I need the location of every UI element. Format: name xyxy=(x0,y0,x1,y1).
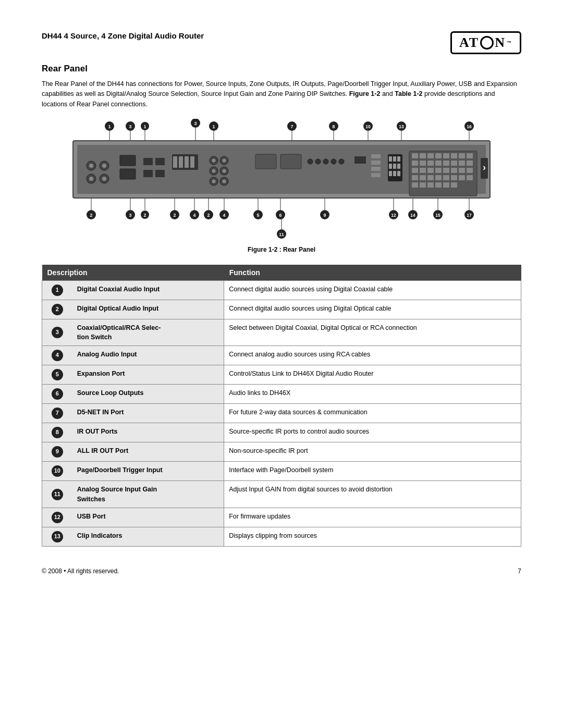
svg-rect-81 xyxy=(397,164,400,169)
svg-rect-122 xyxy=(443,182,449,188)
svg-rect-101 xyxy=(467,161,473,166)
svg-rect-94 xyxy=(412,161,418,166)
svg-rect-76 xyxy=(389,156,392,162)
svg-point-58 xyxy=(223,169,226,173)
row-number-cell: 5 xyxy=(42,365,72,385)
svg-point-69 xyxy=(339,159,344,164)
table-row: 12USB PortFor firmware updates xyxy=(42,508,521,527)
row-description-cell: Clip Indicators xyxy=(72,527,224,546)
table-row: 5Expansion PortControl/Status Link to DH… xyxy=(42,365,521,385)
table-col1-header: Description xyxy=(42,265,224,281)
svg-rect-108 xyxy=(459,168,465,173)
description-table: Description Function 1Digital Coaxial Au… xyxy=(42,265,521,547)
svg-rect-86 xyxy=(412,153,418,158)
svg-rect-80 xyxy=(393,164,396,169)
svg-text:13: 13 xyxy=(399,124,404,129)
row-number-cell: 8 xyxy=(42,423,72,442)
svg-rect-84 xyxy=(397,171,400,176)
row-function-cell: Connect digital audio sources using Digi… xyxy=(224,300,521,319)
svg-point-65 xyxy=(308,159,313,164)
header: DH44 4 Source, 4 Zone Digital Audio Rout… xyxy=(42,31,521,54)
aton-logo: AT N ™ xyxy=(450,31,521,54)
svg-rect-42 xyxy=(143,158,153,165)
table-row: 9ALL IR OUT PortNon-source-specific IR p… xyxy=(42,442,521,462)
figure-caption: Figure 1-2 : Rear Panel xyxy=(68,246,495,253)
row-description-cell: Expansion Port xyxy=(72,365,224,385)
header-title: DH44 4 Source, 4 Zone Digital Audio Rout… xyxy=(42,31,204,40)
svg-text:1: 1 xyxy=(143,124,146,129)
svg-text:14: 14 xyxy=(410,213,415,218)
row-description-cell: Digital Coaxial Audio Input xyxy=(72,281,224,300)
svg-rect-93 xyxy=(467,153,473,158)
svg-text:2: 2 xyxy=(143,213,146,218)
svg-point-52 xyxy=(212,159,216,163)
row-number-cell: 12 xyxy=(42,508,72,527)
svg-rect-77 xyxy=(393,156,396,162)
table-row: 13Clip IndicatorsDisplays clipping from … xyxy=(42,527,521,546)
figure-caption-bold: Figure 1-2 : Rear Panel xyxy=(248,246,315,253)
svg-rect-91 xyxy=(451,153,457,158)
row-description-cell: ALL IR OUT Port xyxy=(72,442,224,462)
row-description-cell: Analog Source Input GainSwitches xyxy=(72,481,224,508)
row-description-cell: Coaxial/Optical/RCA Selec-tion Switch xyxy=(72,319,224,346)
svg-rect-99 xyxy=(451,161,457,166)
svg-rect-49 xyxy=(185,156,189,168)
row-description-cell: Digital Optical Audio Input xyxy=(72,300,224,319)
logo-tm: ™ xyxy=(507,40,512,45)
svg-point-37 xyxy=(89,177,93,181)
svg-rect-121 xyxy=(435,182,442,188)
svg-rect-44 xyxy=(143,170,153,177)
row-num-bubble: 2 xyxy=(52,304,63,315)
svg-rect-104 xyxy=(427,168,434,173)
svg-text:3: 3 xyxy=(129,213,131,218)
svg-rect-114 xyxy=(443,175,449,180)
svg-point-66 xyxy=(315,159,321,164)
row-num-bubble: 7 xyxy=(52,408,63,419)
table-row: 6Source Loop OutputsAudio links to DH46X xyxy=(42,385,521,404)
table-ref: Table 1-2 xyxy=(395,90,422,97)
svg-rect-115 xyxy=(451,175,457,180)
intro-paragraph: The Rear Panel of the DH44 has connectio… xyxy=(42,79,521,109)
diagram-container: 1 3 1 3 1 7 xyxy=(42,119,521,261)
svg-rect-78 xyxy=(397,156,400,162)
row-number-cell: 3 xyxy=(42,319,72,346)
table-row: 10Page/Doorbell Trigger InputInterface w… xyxy=(42,462,521,481)
svg-rect-120 xyxy=(427,182,434,188)
row-number-cell: 6 xyxy=(42,385,72,404)
svg-text:16: 16 xyxy=(467,124,472,129)
svg-rect-41 xyxy=(120,169,136,179)
row-function-cell: Control/Status Link to DH46X Digital Aud… xyxy=(224,365,521,385)
svg-rect-112 xyxy=(427,175,434,180)
svg-text:15: 15 xyxy=(435,213,440,218)
svg-rect-105 xyxy=(435,168,442,173)
row-number-cell: 2 xyxy=(42,300,72,319)
row-description-cell: Analog Audio Input xyxy=(72,346,224,365)
svg-rect-83 xyxy=(393,171,396,176)
svg-rect-88 xyxy=(427,153,434,158)
row-number-cell: 7 xyxy=(42,404,72,423)
svg-rect-103 xyxy=(420,168,426,173)
row-number-cell: 10 xyxy=(42,462,72,481)
table-row: 11Analog Source Input GainSwitchesAdjust… xyxy=(42,481,521,508)
svg-rect-92 xyxy=(459,153,465,158)
row-number-cell: 11 xyxy=(42,481,72,508)
row-num-bubble: 4 xyxy=(52,350,63,361)
row-function-cell: Audio links to DH46X xyxy=(224,385,521,404)
svg-text:1: 1 xyxy=(212,124,215,129)
row-function-cell: Source-specific IR ports to control audi… xyxy=(224,423,521,442)
svg-text:3: 3 xyxy=(129,124,131,129)
svg-rect-123 xyxy=(451,182,457,188)
svg-text:11: 11 xyxy=(279,232,284,237)
svg-point-54 xyxy=(223,159,226,163)
svg-rect-64 xyxy=(280,154,301,169)
svg-point-39 xyxy=(102,177,106,181)
logo-circle-icon xyxy=(480,36,494,50)
table-row: 4Analog Audio InputConnect analog audio … xyxy=(42,346,521,365)
svg-text:2: 2 xyxy=(173,213,176,218)
row-num-bubble: 12 xyxy=(52,512,63,523)
svg-rect-47 xyxy=(173,156,177,168)
svg-rect-109 xyxy=(467,168,473,173)
footer-copyright: © 2008 • All rights reserved. xyxy=(42,567,119,575)
table-col2-header: Function xyxy=(224,265,521,281)
svg-rect-73 xyxy=(371,167,381,171)
